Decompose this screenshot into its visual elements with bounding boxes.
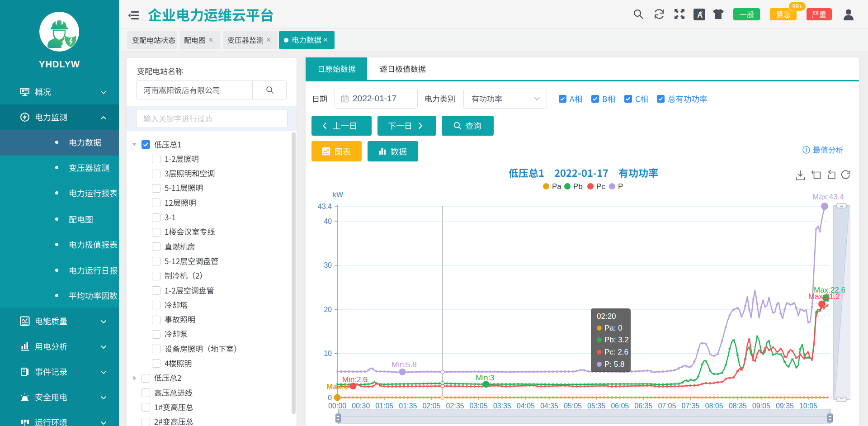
svg-text:09:05: 09:05 [752,402,770,410]
svg-text:04:35: 04:35 [540,402,558,410]
svg-text:06:05: 06:05 [611,402,629,410]
svg-text:20: 20 [324,306,332,313]
svg-text:Min:2.6: Min:2.6 [342,375,368,384]
svg-text:05:05: 05:05 [564,402,582,410]
svg-text:10: 10 [324,350,332,357]
svg-text:00:00: 00:00 [328,402,346,410]
svg-text:Min:5.8: Min:5.8 [392,360,417,369]
svg-text:05:35: 05:35 [587,402,605,410]
svg-text:07:05: 07:05 [658,402,676,410]
svg-text:03:05: 03:05 [470,402,488,410]
svg-text:01:35: 01:35 [399,402,417,410]
svg-text:07:35: 07:35 [681,402,699,410]
svg-text:0: 0 [328,394,332,402]
svg-text:02:05: 02:05 [422,402,440,410]
svg-text:08:05: 08:05 [705,402,723,410]
svg-text:40: 40 [324,218,332,225]
svg-text:01:05: 01:05 [375,402,393,410]
svg-text:kW: kW [333,191,344,199]
svg-text:30: 30 [324,261,332,269]
svg-text:10:05: 10:05 [799,402,817,410]
svg-text:02:35: 02:35 [446,402,464,410]
svg-text:Max:21.2: Max:21.2 [808,292,840,301]
svg-text:08:35: 08:35 [729,402,747,410]
svg-text:43.4: 43.4 [318,203,332,210]
svg-text:09:35: 09:35 [776,402,794,410]
svg-text:06:35: 06:35 [634,402,652,410]
svg-text:00:30: 00:30 [352,402,370,410]
svg-text:04:05: 04:05 [517,402,535,410]
svg-text:03:35: 03:35 [493,402,511,410]
svg-text:Min:3: Min:3 [476,374,495,382]
svg-text:Max:43.4: Max:43.4 [812,193,844,201]
